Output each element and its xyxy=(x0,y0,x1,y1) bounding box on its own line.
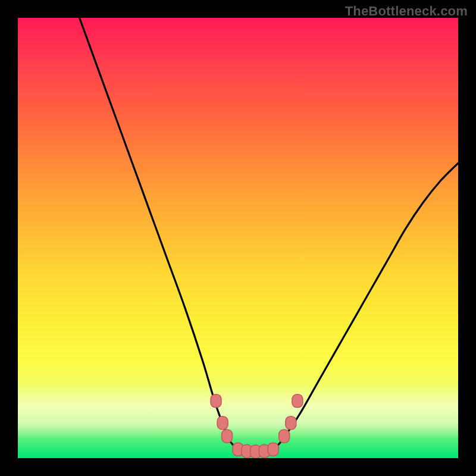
marker-right-upper xyxy=(292,394,303,408)
marker-left-mid xyxy=(217,416,228,430)
marker-floor-right xyxy=(268,443,278,456)
marker-left-upper xyxy=(211,394,221,408)
chart-frame: TheBottleneck.com xyxy=(0,0,476,476)
curve-right-branch xyxy=(282,163,458,440)
curve-svg xyxy=(18,18,458,458)
marker-left-lower xyxy=(222,430,233,443)
curve-left-branch xyxy=(80,18,230,440)
plot-area xyxy=(18,18,458,458)
attribution-text: TheBottleneck.com xyxy=(345,4,468,19)
curve-markers xyxy=(211,394,303,458)
bottleneck-curve xyxy=(80,18,458,452)
marker-right-lower xyxy=(279,430,290,443)
marker-right-mid xyxy=(286,416,296,430)
